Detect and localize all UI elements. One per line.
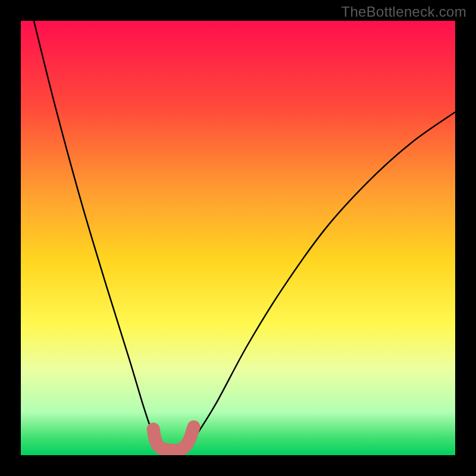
chart-background xyxy=(21,21,455,455)
chart-svg xyxy=(21,21,455,455)
watermark-text: TheBottleneck.com xyxy=(341,4,466,20)
chart-frame xyxy=(21,21,455,455)
